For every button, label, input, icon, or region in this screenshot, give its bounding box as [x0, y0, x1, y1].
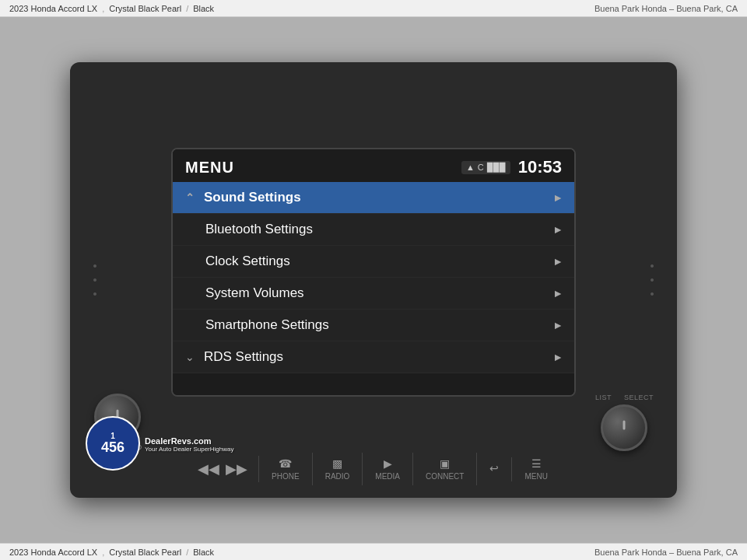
- bottom-bar-dealership: Buena Park Honda – Buena Park, CA: [594, 548, 738, 557]
- menu-item-label: Clock Settings: [205, 254, 290, 269]
- triangle-icon: ▲: [466, 163, 475, 172]
- bottom-vehicle-color-exterior: Crystal Black Pearl: [109, 548, 181, 557]
- menu-item-smartphone-settings[interactable]: Smartphone Settings ►: [173, 310, 574, 341]
- bottom-dealership-location: Buena Park, CA: [676, 548, 738, 557]
- menu-button[interactable]: ☰ MENU: [512, 453, 559, 485]
- vehicle-color-exterior: Crystal Black Pearl: [109, 4, 181, 13]
- radio-label: RADIO: [325, 472, 350, 481]
- media-icon: ▶: [384, 457, 392, 470]
- connect-icon: ▣: [440, 457, 450, 470]
- back-icon: ↩: [489, 462, 499, 474]
- media-button[interactable]: ▶ MEDIA: [363, 453, 413, 485]
- top-bar-dealership: Buena Park Honda – Buena Park, CA: [594, 4, 738, 13]
- vehicle-title: 2023 Honda Accord LX: [9, 4, 97, 13]
- phone-label: PHONE: [272, 472, 300, 481]
- menu-item-label: RDS Settings: [204, 349, 283, 365]
- connect-label: CONNECT: [426, 472, 464, 481]
- arrow-right-icon: ►: [552, 351, 563, 363]
- arrow-right-icon: ►: [552, 319, 563, 331]
- chevron-up-icon: ⌃: [185, 191, 195, 204]
- signal-bars: ▉▉▉: [487, 163, 506, 173]
- screen-menu-title: MENU: [185, 159, 234, 177]
- menu-item-label: Bluetooth Settings: [205, 222, 313, 237]
- menu-item-system-volumes[interactable]: System Volumes ►: [173, 278, 574, 310]
- select-label: SELECT: [624, 394, 654, 401]
- select-knob-group: LIST SELECT: [595, 394, 654, 451]
- arrow-right-icon: ►: [552, 287, 563, 299]
- back-button[interactable]: ↩: [477, 457, 512, 481]
- media-label: MEDIA: [375, 472, 400, 481]
- screen-header-right: ▲ C ▉▉▉ 10:53: [461, 157, 562, 177]
- watermark-url: DealerRevs.com: [145, 436, 233, 446]
- watermark-text-group: DealerRevs.com Your Auto Dealer SuperHig…: [145, 434, 233, 453]
- dealership-location: Buena Park, CA: [676, 4, 738, 13]
- bottom-vehicle-color-interior: Black: [193, 548, 214, 557]
- screen-header: MENU ▲ C ▉▉▉ 10:53: [173, 149, 574, 182]
- connect-button[interactable]: ▣ CONNECT: [413, 453, 477, 485]
- c-icon: C: [478, 163, 484, 172]
- decorative-dots-left: [93, 264, 96, 296]
- arrow-right-icon: ►: [552, 255, 563, 268]
- bottom-vehicle-title: 2023 Honda Accord LX: [9, 548, 97, 557]
- vehicle-color-interior: Black: [193, 4, 214, 13]
- arrow-right-icon: ►: [552, 191, 563, 204]
- phone-button[interactable]: ☎ PHONE: [259, 453, 313, 485]
- top-bar-vehicle-info: 2023 Honda Accord LX , Crystal Black Pea…: [9, 4, 214, 13]
- right-knob-labels: LIST SELECT: [595, 394, 654, 401]
- dealership-name: Buena Park Honda: [594, 4, 667, 13]
- menu-item-sound-settings[interactable]: ⌃ Sound Settings ►: [173, 182, 574, 214]
- bottom-bar: 2023 Honda Accord LX , Crystal Black Pea…: [0, 543, 747, 560]
- menu-item-rds-settings[interactable]: ⌄ RDS Settings ►: [173, 341, 574, 373]
- menu-item-label: Sound Settings: [204, 190, 301, 205]
- arrow-right-icon: ►: [552, 223, 563, 236]
- bottom-bar-vehicle-info: 2023 Honda Accord LX , Crystal Black Pea…: [9, 548, 214, 557]
- bottom-dealership-name: Buena Park Honda: [594, 548, 667, 557]
- watermark: 1 456 DealerRevs.com Your Auto Dealer Su…: [86, 416, 233, 471]
- watermark-numbers: 456: [101, 440, 124, 454]
- menu-item-bluetooth-settings[interactable]: Bluetooth Settings ►: [173, 214, 574, 246]
- screen-display: MENU ▲ C ▉▉▉ 10:53 ⌃ So: [173, 149, 574, 395]
- watermark-sub: Your Auto Dealer SuperHighway: [145, 446, 233, 453]
- top-bar: 2023 Honda Accord LX , Crystal Black Pea…: [0, 0, 747, 17]
- menu-icon: ☰: [531, 457, 542, 470]
- screen-clock: 10:53: [518, 157, 562, 177]
- menu-list: ⌃ Sound Settings ► Bluetooth Settings ► …: [173, 182, 574, 373]
- menu-item-label: System Volumes: [205, 285, 304, 301]
- decorative-dots-right: [651, 264, 654, 296]
- radio-button[interactable]: ▩ RADIO: [313, 453, 363, 485]
- list-label: LIST: [595, 394, 612, 401]
- stereo-unit: MENU ▲ C ▉▉▉ 10:53 ⌃ So: [70, 62, 677, 498]
- phone-icon: ☎: [279, 457, 292, 470]
- menu-label: MENU: [524, 472, 547, 481]
- screen-status-icons: ▲ C ▉▉▉: [461, 161, 510, 174]
- radio-icon: ▩: [332, 457, 342, 470]
- chevron-down-icon: ⌄: [185, 351, 195, 363]
- main-content: MENU ▲ C ▉▉▉ 10:53 ⌃ So: [0, 17, 747, 543]
- menu-item-label: Smartphone Settings: [205, 317, 329, 333]
- menu-item-clock-settings[interactable]: Clock Settings ►: [173, 246, 574, 278]
- infotainment-screen: MENU ▲ C ▉▉▉ 10:53 ⌃ So: [171, 148, 576, 397]
- watermark-badge: 1 456: [86, 416, 140, 471]
- select-knob[interactable]: [601, 404, 647, 451]
